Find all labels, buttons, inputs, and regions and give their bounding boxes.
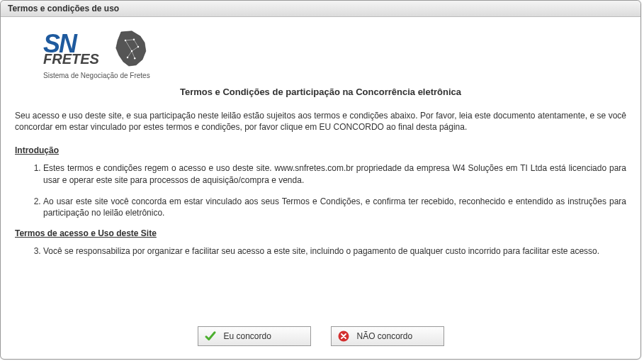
agree-label: Eu concordo (224, 331, 271, 341)
term-item: Ao usar este site você concorda em estar… (43, 196, 626, 218)
disagree-label: NÃO concordo (357, 331, 413, 341)
scrollable-content[interactable]: SN FRETES (1, 17, 640, 318)
brazil-map-icon (105, 28, 154, 70)
section-intro-title: Introdução (15, 145, 626, 155)
term-item: Estes termos e condições regem o acesso … (43, 162, 626, 185)
check-icon (204, 330, 217, 343)
logo-tagline: Sistema de Negociação de Fretes (43, 72, 626, 79)
terms-list-2: Você se responsabiliza por organizar e f… (15, 245, 626, 257)
agree-button[interactable]: Eu concordo (198, 326, 311, 346)
terms-dialog: Termos e condições de uso SN FRETES (0, 0, 641, 360)
dialog-titlebar: Termos e condições de uso (1, 1, 640, 17)
logo-block: SN FRETES (43, 28, 626, 79)
page-heading: Termos e Condições de participação na Co… (15, 87, 626, 97)
section-access-title: Termos de acesso e Uso deste Site (15, 228, 626, 238)
dialog-footer: Eu concordo NÃO concordo (1, 318, 640, 359)
terms-list-1: Estes termos e condições regem o acesso … (15, 162, 626, 218)
logo-line2: FRETES (43, 52, 99, 65)
dialog-title: Termos e condições de uso (8, 4, 119, 13)
disagree-button[interactable]: NÃO concordo (331, 326, 444, 346)
intro-paragraph: Seu acesso e uso deste site, e sua parti… (15, 110, 626, 133)
cross-icon (337, 330, 350, 343)
content-wrap: SN FRETES (1, 17, 640, 318)
term-item: Você se responsabiliza por organizar e f… (43, 245, 626, 257)
